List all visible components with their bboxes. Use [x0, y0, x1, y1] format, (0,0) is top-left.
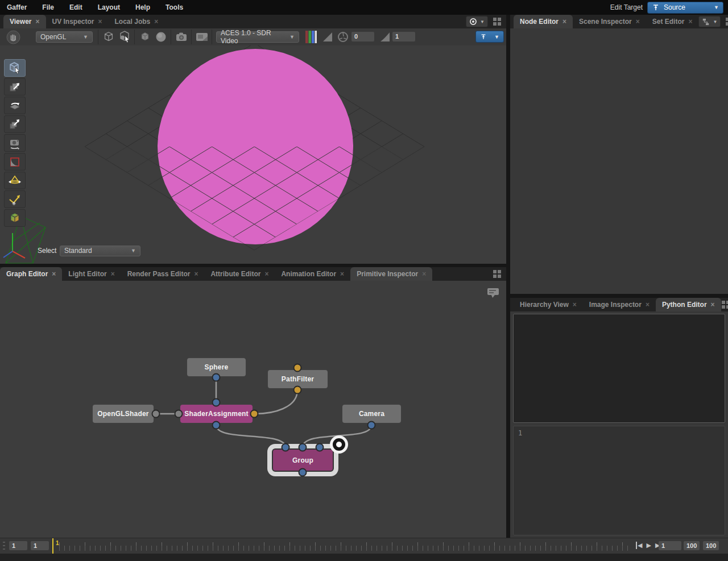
menu-file[interactable]: File — [42, 3, 54, 11]
connector-shaderassignment-out[interactable] — [212, 421, 221, 430]
compare-image-button[interactable] — [195, 30, 209, 44]
renderer-dropdown[interactable]: OpenGL▼ — [36, 31, 93, 43]
layout-grid-icon[interactable] — [493, 269, 502, 279]
crop-window-tool-button[interactable] — [4, 153, 26, 171]
annotation-bubble-icon[interactable] — [487, 288, 499, 299]
tab-scene-inspector[interactable]: Scene Inspector× — [573, 15, 646, 28]
connection-pathfilter-to-shaderassignment[interactable] — [255, 390, 297, 414]
play-button[interactable]: ▶ — [646, 542, 651, 549]
viewer-settings-button[interactable]: ▼ — [466, 16, 488, 27]
close-icon[interactable]: × — [422, 270, 426, 278]
connection-shaderassignment-to-group[interactable] — [216, 425, 286, 447]
tab-animation-editor[interactable]: Animation Editor× — [275, 267, 350, 281]
exposure-field[interactable]: 0 — [351, 32, 374, 41]
drawing-mode-button[interactable] — [101, 30, 116, 44]
close-icon[interactable]: × — [194, 270, 198, 278]
viewport-3d[interactable]: Select Standard▼ — [0, 45, 506, 264]
playhead[interactable] — [52, 538, 53, 554]
menu-tools[interactable]: Tools — [166, 3, 183, 11]
tab-primitive-inspector[interactable]: Primitive Inspector× — [350, 267, 432, 281]
close-icon[interactable]: × — [264, 270, 268, 278]
menu-edit[interactable]: Edit — [69, 3, 82, 11]
aperture-button[interactable] — [336, 30, 350, 44]
close-icon[interactable]: × — [111, 270, 115, 278]
connector-shaderassignment-in[interactable] — [212, 398, 221, 407]
edit-target-dropdown[interactable]: Source ▼ — [647, 2, 723, 14]
tab-uv-inspector[interactable]: UV Inspector× — [46, 15, 109, 28]
close-icon[interactable]: × — [573, 301, 577, 309]
connector-shaderassignment-shader-in[interactable] — [175, 410, 183, 418]
tab-python-editor[interactable]: Python Editor× — [656, 298, 721, 311]
current-frame-field[interactable]: 1 — [659, 541, 681, 550]
connector-pathfilter-in[interactable] — [293, 364, 302, 372]
close-icon[interactable]: × — [688, 18, 692, 26]
layout-grid-icon[interactable] — [725, 17, 728, 26]
sphere-object[interactable] — [158, 49, 353, 244]
display-transform-dropdown[interactable]: ACES 1.0 - SDR Video▼ — [216, 31, 299, 43]
connector-group-in1[interactable] — [299, 443, 307, 452]
connector-shaderassignment-filter-in[interactable] — [250, 410, 259, 418]
channels-button[interactable] — [304, 30, 318, 44]
camera-tool-button[interactable] — [4, 134, 26, 152]
focus-node-ring[interactable] — [333, 438, 345, 451]
tab-image-inspector[interactable]: Image Inspector× — [583, 298, 656, 311]
snapshot-button[interactable] — [174, 30, 189, 44]
layout-grid-icon[interactable] — [721, 300, 728, 309]
close-icon[interactable]: × — [711, 301, 715, 309]
node-editor-mode-button[interactable]: ▼ — [698, 16, 721, 27]
connector-group-in0[interactable] — [282, 443, 290, 452]
close-icon[interactable]: × — [340, 270, 344, 278]
frame-ruler[interactable] — [59, 538, 630, 554]
close-icon[interactable]: × — [636, 18, 640, 26]
tab-set-editor[interactable]: Set Editor× — [646, 15, 699, 28]
light-tool-button[interactable] — [4, 172, 26, 189]
tab-attribute-editor[interactable]: Attribute Editor× — [204, 267, 275, 281]
select-mode-dropdown[interactable]: Standard▼ — [60, 246, 140, 256]
viewer-edit-scope-dropdown[interactable]: ▼ — [475, 31, 504, 43]
connector-pathfilter-out[interactable] — [293, 386, 302, 394]
scale-tool-button[interactable] — [4, 115, 26, 133]
connector-group-in2[interactable] — [316, 443, 324, 452]
layout-grid-icon[interactable] — [493, 17, 502, 26]
menu-gaffer[interactable]: Gaffer — [7, 3, 27, 11]
close-icon[interactable]: × — [154, 18, 158, 26]
close-icon[interactable]: × — [35, 18, 39, 26]
menu-layout[interactable]: Layout — [98, 3, 120, 11]
selection-tool-button[interactable] — [4, 59, 26, 77]
node-graph-canvas[interactable]: SpherePathFilterOpenGLShaderShaderAssign… — [0, 281, 506, 538]
close-icon[interactable]: × — [562, 18, 566, 26]
python-output-area[interactable] — [513, 314, 725, 423]
connector-sphere-out[interactable] — [212, 373, 221, 382]
close-icon[interactable]: × — [52, 270, 56, 278]
python-input-area[interactable]: 1 — [513, 426, 725, 535]
range-end-field[interactable]: 100 — [684, 541, 700, 550]
node-openglshader[interactable]: OpenGLShader — [92, 404, 155, 424]
translate-tool-button[interactable] — [4, 78, 26, 95]
menu-help[interactable]: Help — [135, 3, 150, 11]
shading-mode-button[interactable] — [138, 30, 152, 44]
hand-tool-button[interactable] — [6, 30, 20, 47]
go-to-start-button[interactable]: ◀ — [636, 542, 642, 549]
end-frame-field[interactable]: 100 — [703, 541, 719, 550]
panel-splitter[interactable] — [506, 15, 510, 538]
tab-light-editor[interactable]: Light Editor× — [62, 267, 121, 281]
light-position-tool-button[interactable] — [4, 190, 26, 208]
tab-render-pass-editor[interactable]: Render Pass Editor× — [121, 267, 205, 281]
rotate-tool-button[interactable] — [4, 97, 26, 114]
expansion-button[interactable] — [117, 30, 132, 44]
gamma-field[interactable]: 1 — [392, 32, 415, 41]
visualiser-tool-button[interactable] — [4, 209, 26, 227]
tab-graph-editor[interactable]: Graph Editor× — [0, 267, 62, 281]
connector-openglshader-out[interactable] — [152, 410, 160, 418]
close-icon[interactable]: × — [646, 301, 650, 309]
range-marker-field[interactable]: 1 — [31, 541, 49, 550]
lighting-mode-button[interactable] — [154, 30, 168, 44]
tab-local-jobs[interactable]: Local Jobs× — [109, 15, 165, 28]
range-start-field[interactable]: 1 — [9, 541, 27, 550]
tab-viewer[interactable]: Viewer× — [3, 15, 46, 28]
gamma-button[interactable] — [378, 30, 392, 44]
exposure-button[interactable] — [320, 30, 335, 44]
connector-camera-out[interactable] — [367, 421, 376, 430]
timeline-grip[interactable] — [3, 542, 5, 551]
tab-hierarchy-view[interactable]: Hierarchy View× — [514, 298, 583, 311]
